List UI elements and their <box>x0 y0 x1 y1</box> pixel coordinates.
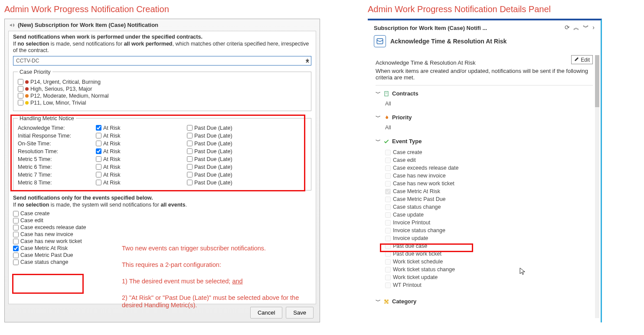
at-risk-option[interactable]: At Risk <box>96 180 187 186</box>
expand-down-icon[interactable]: ︾ <box>583 24 589 32</box>
event-type-label: Work ticket update <box>393 274 438 280</box>
event-type-option[interactable]: Work ticket status change <box>385 266 593 273</box>
section-category-head[interactable]: ﹀ Category <box>376 298 593 305</box>
past-due-checkbox[interactable] <box>187 156 193 162</box>
at-risk-checkbox[interactable] <box>96 141 101 146</box>
section-contracts-head[interactable]: ﹀ Contracts <box>376 90 593 97</box>
priority-dot-icon <box>25 101 29 105</box>
past-due-checkbox[interactable] <box>187 141 193 146</box>
event-type-option[interactable]: Invoice update <box>385 234 593 242</box>
priority-checkbox[interactable] <box>18 93 23 99</box>
event-type-option[interactable]: Case edit <box>385 156 593 164</box>
event-type-option[interactable]: WT Printout <box>385 281 593 289</box>
past-due-checkbox[interactable] <box>187 133 193 138</box>
past-due-option[interactable]: Past Due (Late) <box>187 148 307 154</box>
event-type-label: Invoice update <box>393 235 428 241</box>
event-type-option[interactable]: Invoice Printout <box>385 219 593 227</box>
event-type-label: Past due case <box>393 243 427 249</box>
metric-label: Metric 8 Time: <box>18 180 96 186</box>
event-checkbox[interactable] <box>13 211 19 217</box>
section-priority-body: All <box>376 121 593 133</box>
event-option[interactable]: Case exceeds release date <box>13 224 311 231</box>
event-type-checkbox <box>385 165 391 171</box>
refresh-icon[interactable]: ⟳ <box>565 24 570 32</box>
past-due-option[interactable]: Past Due (Late) <box>187 172 307 178</box>
remove-contract-icon[interactable]: × <box>306 58 309 64</box>
event-type-option[interactable]: Case Metric Past Due <box>385 195 593 203</box>
priority-checkbox[interactable] <box>18 86 23 92</box>
metric-label: Acknowledge Time: <box>18 125 96 131</box>
at-risk-checkbox[interactable] <box>96 164 101 170</box>
past-due-checkbox[interactable] <box>187 148 193 154</box>
event-checkbox[interactable] <box>13 239 19 244</box>
event-checkbox[interactable] <box>13 232 19 237</box>
at-risk-checkbox[interactable] <box>96 133 101 138</box>
event-type-option[interactable]: Past due case <box>385 242 593 250</box>
priority-dot-icon <box>25 94 29 98</box>
at-risk-option[interactable]: At Risk <box>96 156 187 162</box>
section-eventtype-head[interactable]: ﹀ Event Type <box>376 138 593 145</box>
event-checkbox[interactable] <box>13 253 19 258</box>
metric-label: On-Site Time: <box>18 141 96 147</box>
event-checkbox[interactable] <box>13 218 19 223</box>
event-type-option[interactable]: Case update <box>385 211 593 219</box>
forward-icon[interactable]: › <box>592 24 595 32</box>
past-due-checkbox[interactable] <box>187 180 193 185</box>
event-label: Case status change <box>20 259 69 265</box>
event-checkbox[interactable] <box>13 259 19 265</box>
event-type-option[interactable]: Case create <box>385 148 593 156</box>
event-option[interactable]: Case has new work ticket <box>13 238 311 245</box>
at-risk-option[interactable]: At Risk <box>96 141 187 147</box>
event-type-option[interactable]: Case status change <box>385 203 593 211</box>
collapse-up-icon[interactable]: ︽ <box>573 24 579 32</box>
event-option[interactable]: Case Metric Past Due <box>13 252 311 259</box>
event-type-option[interactable]: Case Metric At Risk <box>385 187 593 195</box>
at-risk-option[interactable]: At Risk <box>96 133 187 139</box>
past-due-option[interactable]: Past Due (Late) <box>187 164 307 170</box>
past-due-option[interactable]: Past Due (Late) <box>187 180 307 186</box>
past-due-option[interactable]: Past Due (Late) <box>187 156 307 162</box>
at-risk-checkbox[interactable] <box>96 156 101 162</box>
at-risk-option[interactable]: At Risk <box>96 125 187 131</box>
at-risk-option[interactable]: At Risk <box>96 164 187 170</box>
event-option[interactable]: Case create <box>13 210 311 217</box>
contract-selector[interactable]: CCTV-DC + × <box>13 56 311 66</box>
at-risk-option[interactable]: At Risk <box>96 172 187 178</box>
event-type-label: Case update <box>393 212 424 218</box>
cancel-button[interactable]: Cancel <box>250 307 282 319</box>
chevron-down-icon: ﹀ <box>376 298 381 305</box>
panel-breadcrumb[interactable]: Subscription for Work Item (Case) Notifi… <box>374 25 487 31</box>
event-option[interactable]: Case has new invoice <box>13 231 311 238</box>
at-risk-checkbox[interactable] <box>96 125 101 131</box>
event-type-option[interactable]: Past due work ticket <box>385 250 593 258</box>
save-button[interactable]: Save <box>286 307 314 319</box>
event-type-option[interactable]: Case has new work ticket <box>385 180 593 187</box>
past-due-option[interactable]: Past Due (Late) <box>187 141 307 147</box>
at-risk-checkbox[interactable] <box>96 148 101 154</box>
event-type-option[interactable]: Invoice status change <box>385 227 593 234</box>
event-option[interactable]: Case edit <box>13 217 311 224</box>
panel-scrollbar[interactable] <box>595 55 599 318</box>
section-priority-head[interactable]: ﹀ Priority <box>376 114 593 121</box>
event-type-option[interactable]: Case exceeds release date <box>385 164 593 172</box>
document-icon <box>383 91 389 97</box>
past-due-option[interactable]: Past Due (Late) <box>187 133 307 139</box>
at-risk-checkbox[interactable] <box>96 172 101 177</box>
past-due-checkbox[interactable] <box>187 125 193 131</box>
scrollbar-thumb[interactable] <box>595 55 599 107</box>
event-type-option[interactable]: Work ticket update <box>385 273 593 281</box>
event-checkbox[interactable] <box>13 225 19 230</box>
past-due-checkbox[interactable] <box>187 164 193 170</box>
at-risk-option[interactable]: At Risk <box>96 148 187 154</box>
priority-checkbox[interactable] <box>18 79 23 85</box>
event-type-option[interactable]: Case has new invoice <box>385 172 593 180</box>
dialog-header: (New) Subscription for Work Item (Case) … <box>5 19 320 31</box>
at-risk-checkbox[interactable] <box>96 180 101 185</box>
priority-dot-icon <box>25 80 29 84</box>
past-due-option[interactable]: Past Due (Late) <box>187 125 307 131</box>
event-checkbox[interactable] <box>13 246 19 251</box>
event-type-option[interactable]: Work ticket schedule <box>385 258 593 266</box>
past-due-checkbox[interactable] <box>187 172 193 177</box>
priority-checkbox[interactable] <box>18 100 23 105</box>
chevron-down-icon: ﹀ <box>376 90 381 97</box>
